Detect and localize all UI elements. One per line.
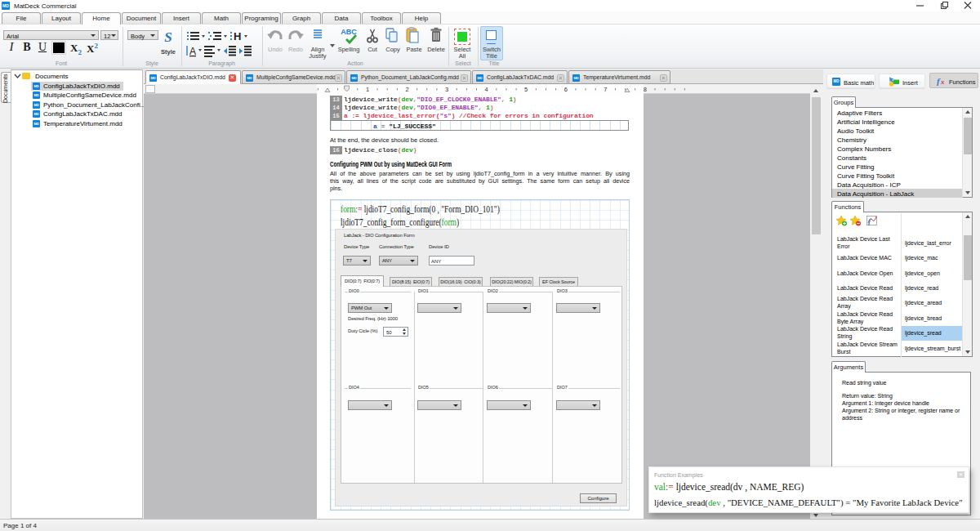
svg-text:5: 5 — [524, 86, 528, 93]
svg-text:A: A — [189, 46, 196, 57]
svg-text:6: 6 — [564, 86, 568, 93]
svg-text:1: 1 — [366, 86, 369, 93]
svg-text:H: H — [234, 30, 241, 42]
svg-text:4: 4 — [485, 86, 488, 93]
svg-text:8: 8 — [644, 86, 647, 93]
svg-text:2: 2 — [405, 86, 408, 93]
svg-text:7: 7 — [604, 86, 607, 93]
svg-text:3: 3 — [445, 86, 448, 93]
